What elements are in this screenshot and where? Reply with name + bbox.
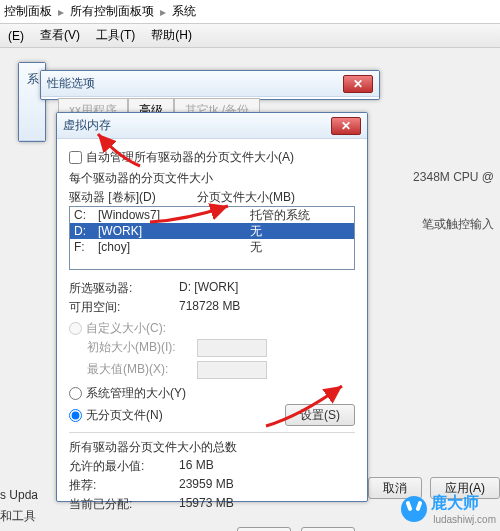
drive-row[interactable]: C:[Windows7]托管的系统 bbox=[70, 207, 354, 223]
breadcrumb: 控制面板 ▸ 所有控制面板项 ▸ 系统 bbox=[0, 0, 500, 24]
totals-title: 所有驱动器分页文件大小的总数 bbox=[69, 439, 355, 456]
cancel-button[interactable]: 取消 bbox=[301, 527, 355, 531]
bg-tools-text: 和工具 bbox=[0, 508, 38, 525]
menu-help[interactable]: 帮助(H) bbox=[151, 27, 192, 44]
col-drive-header: 驱动器 [卷标](D) bbox=[69, 189, 197, 206]
drive-list[interactable]: C:[Windows7]托管的系统D:[WORK]无F:[choy]无 bbox=[69, 206, 355, 270]
drive-row[interactable]: D:[WORK]无 bbox=[70, 223, 354, 239]
initial-size-label: 初始大小(MB)(I): bbox=[87, 339, 197, 357]
chevron-right-icon: ▸ bbox=[58, 5, 64, 19]
available-space-value: 718728 MB bbox=[179, 299, 240, 316]
chevron-right-icon: ▸ bbox=[160, 5, 166, 19]
custom-size-radio[interactable] bbox=[69, 322, 82, 335]
max-size-label: 最大值(MB)(X): bbox=[87, 361, 197, 379]
selected-drive-value: D: [WORK] bbox=[179, 280, 238, 297]
performance-options-window: 性能选项 ✕ bbox=[40, 70, 380, 100]
drive-row[interactable]: F:[choy]无 bbox=[70, 239, 354, 255]
bg-updates-text: s Upda bbox=[0, 488, 38, 502]
performance-options-title: 性能选项 bbox=[47, 75, 343, 92]
breadcrumb-item[interactable]: 所有控制面板项 bbox=[70, 3, 154, 20]
bg-cpu-text: 2348M CPU @ bbox=[413, 170, 500, 184]
vm-title: 虚拟内存 bbox=[63, 117, 331, 134]
watermark-name: 鹿大师 bbox=[431, 493, 496, 514]
watermark-url: ludashiwj.com bbox=[433, 514, 496, 525]
menu-edit[interactable]: (E) bbox=[8, 29, 24, 43]
selected-drive-label: 所选驱动器: bbox=[69, 280, 179, 297]
system-window-title: 系 bbox=[24, 63, 41, 140]
deer-icon bbox=[401, 496, 427, 522]
no-paging-radio[interactable] bbox=[69, 409, 82, 422]
watermark: 鹿大师 ludashiwj.com bbox=[401, 493, 496, 525]
available-space-label: 可用空间: bbox=[69, 299, 179, 316]
col-size-header: 分页文件大小(MB) bbox=[197, 189, 295, 206]
recommended-label: 推荐: bbox=[69, 477, 179, 494]
bg-pen-text: 笔或触控输入 bbox=[413, 216, 500, 233]
custom-size-label: 自定义大小(C): bbox=[86, 320, 166, 337]
close-icon[interactable]: ✕ bbox=[343, 75, 373, 93]
ok-button[interactable]: 确定 bbox=[237, 527, 291, 531]
background-text: 2348M CPU @ 笔或触控输入 bbox=[413, 170, 500, 265]
system-managed-label: 系统管理的大小(Y) bbox=[86, 385, 186, 402]
currently-allocated-value: 15973 MB bbox=[179, 496, 234, 513]
breadcrumb-item[interactable]: 系统 bbox=[172, 3, 196, 20]
auto-manage-checkbox[interactable] bbox=[69, 151, 82, 164]
background-text-bottom: s Upda 和工具 bbox=[0, 482, 38, 525]
system-managed-radio[interactable] bbox=[69, 387, 82, 400]
currently-allocated-label: 当前已分配: bbox=[69, 496, 179, 513]
close-icon[interactable]: ✕ bbox=[331, 117, 361, 135]
max-size-input[interactable] bbox=[197, 361, 267, 379]
virtual-memory-dialog: 虚拟内存 ✕ 自动管理所有驱动器的分页文件大小(A) 每个驱动器的分页文件大小 … bbox=[56, 112, 368, 502]
min-allowed-value: 16 MB bbox=[179, 458, 214, 475]
menubar: (E) 查看(V) 工具(T) 帮助(H) bbox=[0, 24, 500, 48]
initial-size-input[interactable] bbox=[197, 339, 267, 357]
breadcrumb-item[interactable]: 控制面板 bbox=[4, 3, 52, 20]
auto-manage-label: 自动管理所有驱动器的分页文件大小(A) bbox=[86, 149, 294, 166]
recommended-value: 23959 MB bbox=[179, 477, 234, 494]
no-paging-label: 无分页文件(N) bbox=[86, 407, 163, 424]
menu-tools[interactable]: 工具(T) bbox=[96, 27, 135, 44]
min-allowed-label: 允许的最小值: bbox=[69, 458, 179, 475]
menu-view[interactable]: 查看(V) bbox=[40, 27, 80, 44]
paging-each-label: 每个驱动器的分页文件大小 bbox=[69, 170, 355, 187]
set-button[interactable]: 设置(S) bbox=[285, 404, 355, 426]
